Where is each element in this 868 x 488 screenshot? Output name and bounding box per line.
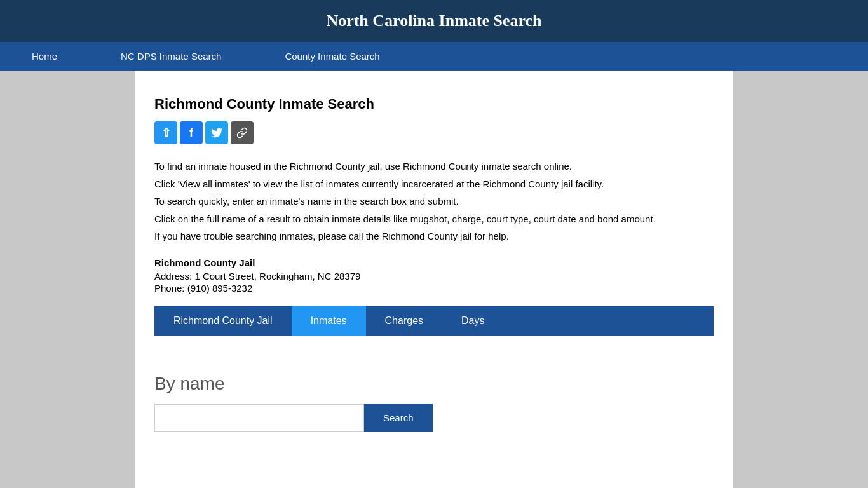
jail-name: Richmond County Jail [154,257,714,268]
site-title: North Carolina Inmate Search [326,11,541,30]
tab-bar: Richmond County Jail Inmates Charges Day… [154,306,714,336]
address-label: Address: [154,271,192,281]
site-header: North Carolina Inmate Search [0,0,868,42]
desc-line-3: To search quickly, enter an inmate's nam… [154,193,714,210]
nav-county-search[interactable]: County Inmate Search [253,42,411,71]
jail-address: Address: 1 Court Street, Rockingham, NC … [154,271,714,281]
address-value: 1 Court Street, Rockingham, NC 28379 [194,271,360,281]
tab-richmond-county-jail[interactable]: Richmond County Jail [154,306,292,336]
phone-value: (910) 895-3232 [187,283,253,294]
tab-days[interactable]: Days [442,306,503,336]
search-form: Search [154,404,714,432]
content-wrapper: Richmond County Inmate Search ⇧ f To fin… [135,71,733,488]
phone-label: Phone: [154,283,185,294]
share-button[interactable]: ⇧ [154,121,177,144]
main-navigation: Home NC DPS Inmate Search County Inmate … [0,42,868,71]
search-heading: By name [154,374,714,394]
desc-line-5: If you have trouble searching inmates, p… [154,228,714,245]
copy-link-button[interactable] [231,121,254,144]
desc-line-2: Click 'View all inmates' to view the lis… [154,176,714,193]
twitter-button[interactable] [205,121,228,144]
tab-inmates[interactable]: Inmates [292,306,366,336]
main-content: Richmond County Inmate Search ⇧ f To fin… [154,83,714,458]
nav-home[interactable]: Home [0,42,89,71]
desc-line-1: To find an inmate housed in the Richmond… [154,158,714,175]
jail-phone: Phone: (910) 895-3232 [154,283,714,294]
search-button[interactable]: Search [364,404,433,432]
facebook-button[interactable]: f [180,121,203,144]
nav-nc-dps[interactable]: NC DPS Inmate Search [89,42,253,71]
social-share-bar: ⇧ f [154,121,714,144]
tab-charges[interactable]: Charges [366,306,442,336]
search-section: By name Search [154,336,714,445]
search-input[interactable] [154,404,364,432]
jail-info-block: Richmond County Jail Address: 1 Court St… [154,257,714,294]
desc-line-4: Click on the full name of a result to ob… [154,211,714,227]
page-title: Richmond County Inmate Search [154,96,714,112]
description-block: To find an inmate housed in the Richmond… [154,158,714,245]
